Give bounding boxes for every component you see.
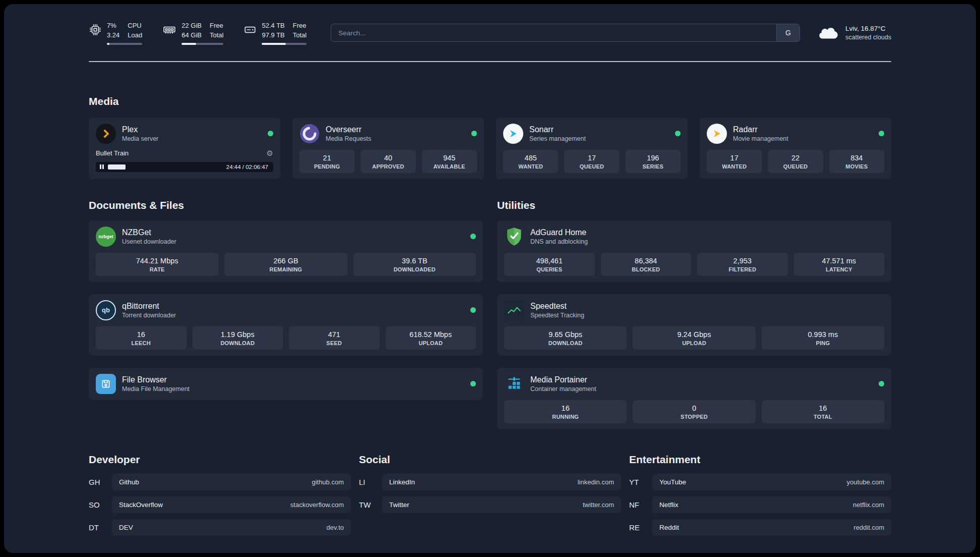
bookmark-twitter[interactable]: TW Twitter twitter.com xyxy=(359,496,621,513)
app-subtitle: Media File Management xyxy=(122,385,190,393)
card-speedtest[interactable]: Speedtest Speedtest Tracking 9.65 GbpsDO… xyxy=(497,294,891,356)
app-subtitle: Usenet downloader xyxy=(122,238,176,245)
plex-icon xyxy=(96,124,116,144)
bookmarks-social: Social LI LinkedIn linkedin.com TW Twitt… xyxy=(359,454,621,542)
app-name: NZBGet xyxy=(122,228,176,237)
nzbget-icon: nzbget xyxy=(96,227,116,247)
bookmark-github[interactable]: GH Github github.com xyxy=(89,474,351,490)
bookmark-abbr: TW xyxy=(359,500,382,509)
weather-location-temp: Lviv, 16.87°C xyxy=(845,25,891,32)
status-dot xyxy=(268,131,273,136)
status-dot xyxy=(879,381,884,386)
app-name: Sonarr xyxy=(529,125,586,134)
cpu-label: CPU xyxy=(128,21,142,31)
bookmark-url: dev.to xyxy=(327,524,344,531)
bookmark-abbr: LI xyxy=(359,478,382,486)
bookmark-abbr: GH xyxy=(89,478,112,486)
card-qbittorrent[interactable]: qb qBittorrent Torrent downloader 16LEEC… xyxy=(89,294,483,356)
status-dot xyxy=(470,234,476,239)
app-name: Radarr xyxy=(733,125,788,134)
disk-free: 52.4 TB xyxy=(262,21,284,31)
cpu-load-label: Load xyxy=(128,31,142,40)
card-radarr[interactable]: Radarr Movie management 17WANTED 22QUEUE… xyxy=(700,118,891,179)
section-title-social: Social xyxy=(359,454,621,466)
bookmark-name: LinkedIn xyxy=(389,478,415,486)
section-title-entertainment: Entertainment xyxy=(629,454,891,466)
app-name: Media Portainer xyxy=(530,375,596,384)
app-name: qBittorrent xyxy=(122,302,176,311)
stat-available: 945AVAILABLE xyxy=(422,150,477,173)
stat-stopped: 0STOPPED xyxy=(633,400,755,423)
adguard-icon xyxy=(504,227,524,247)
bookmark-url: twitter.com xyxy=(583,501,614,509)
card-filebrowser[interactable]: File Browser Media File Management xyxy=(89,368,483,400)
card-adguard[interactable]: AdGuard Home DNS and adblocking 498,461Q… xyxy=(497,220,891,282)
search-input[interactable] xyxy=(331,24,776,41)
filebrowser-icon xyxy=(96,374,116,394)
stat-running: 16RUNNING xyxy=(504,400,627,423)
playback-progress-fill xyxy=(108,164,126,170)
pause-icon[interactable] xyxy=(100,164,104,169)
bookmark-linkedin[interactable]: LI LinkedIn linkedin.com xyxy=(359,474,621,490)
bookmark-url: netflix.com xyxy=(853,501,884,509)
overseerr-icon xyxy=(299,124,320,144)
stat-seed: 471SEED xyxy=(289,326,380,350)
stat-approved: 40APPROVED xyxy=(360,150,415,173)
bookmark-url: youtube.com xyxy=(847,478,884,486)
app-name: Plex xyxy=(122,125,158,134)
app-subtitle: Series management xyxy=(529,135,586,142)
search-bar: G xyxy=(331,24,800,42)
bookmark-name: YouTube xyxy=(659,478,686,486)
app-name: File Browser xyxy=(122,375,190,384)
stat-download: 9.65 GbpsDOWNLOAD xyxy=(504,326,627,350)
card-portainer[interactable]: Media Portainer Container management 16R… xyxy=(497,368,891,429)
bookmark-name: StackOverflow xyxy=(119,501,163,509)
bookmark-netflix[interactable]: NF Netflix netflix.com xyxy=(629,496,891,513)
status-dot xyxy=(470,381,476,386)
media-grid: Plex Media server Bullet Train ⚙ 24:44 /… xyxy=(89,118,891,179)
search-engine-button[interactable]: G xyxy=(776,24,800,41)
bookmark-abbr: SO xyxy=(89,500,112,509)
disk-progressbar xyxy=(262,43,307,45)
disk-widget: 52.4 TB 97.9 TB Free Total xyxy=(243,21,307,45)
app-subtitle: Speedtest Tracking xyxy=(530,312,584,319)
playback-time: 24:44 / 02:06:47 xyxy=(226,164,268,170)
topbar-divider xyxy=(89,61,891,62)
app-subtitle: Media Requests xyxy=(326,135,371,142)
bookmark-url: github.com xyxy=(312,478,344,486)
bookmark-abbr: YT xyxy=(629,478,652,486)
playback-bar[interactable]: 24:44 / 02:06:47 xyxy=(96,162,273,172)
stat-download: 1.19 GbpsDOWNLOAD xyxy=(193,326,283,350)
stat-leech: 16LEECH xyxy=(96,326,187,350)
portainer-icon xyxy=(504,374,524,394)
now-playing-title: Bullet Train xyxy=(96,149,129,157)
disk-icon xyxy=(243,21,257,36)
app-subtitle: DNS and adblocking xyxy=(530,238,588,245)
sonarr-icon xyxy=(503,124,523,144)
disk-total-label: Total xyxy=(293,31,307,40)
app-subtitle: Movie management xyxy=(733,135,788,142)
stat-blocked: 86,384BLOCKED xyxy=(601,253,692,276)
cloud-icon xyxy=(817,24,839,42)
card-sonarr[interactable]: Sonarr Series management 485WANTED 17QUE… xyxy=(496,118,688,179)
app-name: Speedtest xyxy=(530,302,584,311)
bookmark-stackoverflow[interactable]: SO StackOverflow stackoverflow.com xyxy=(89,496,351,513)
bookmark-name: DEV xyxy=(119,524,133,531)
bookmark-youtube[interactable]: YT YouTube youtube.com xyxy=(629,474,891,490)
app-name: Overseerr xyxy=(326,125,371,134)
card-nzbget[interactable]: nzbget NZBGet Usenet downloader 744.21 M… xyxy=(89,220,483,282)
bookmark-reddit[interactable]: RE Reddit reddit.com xyxy=(629,519,891,536)
status-dot xyxy=(675,131,681,136)
stat-total: 16TOTAL xyxy=(762,400,884,423)
stat-queries: 498,461QUERIES xyxy=(504,253,595,276)
settings-gear-icon[interactable]: ⚙ xyxy=(267,149,273,158)
stat-queued: 17QUEUED xyxy=(564,150,619,173)
card-overseerr[interactable]: Overseerr Media Requests 21PENDING 40APP… xyxy=(292,118,484,179)
status-dot xyxy=(471,131,477,136)
memory-widget: 22 GiB 64 GiB Free Total xyxy=(162,21,223,45)
bookmark-name: Github xyxy=(119,478,139,486)
bookmark-url: reddit.com xyxy=(853,524,884,531)
dashboard: 7% 3.24 CPU Load xyxy=(4,4,976,553)
card-plex[interactable]: Plex Media server Bullet Train ⚙ 24:44 /… xyxy=(89,118,280,179)
bookmark-dev[interactable]: DT DEV dev.to xyxy=(89,519,351,536)
